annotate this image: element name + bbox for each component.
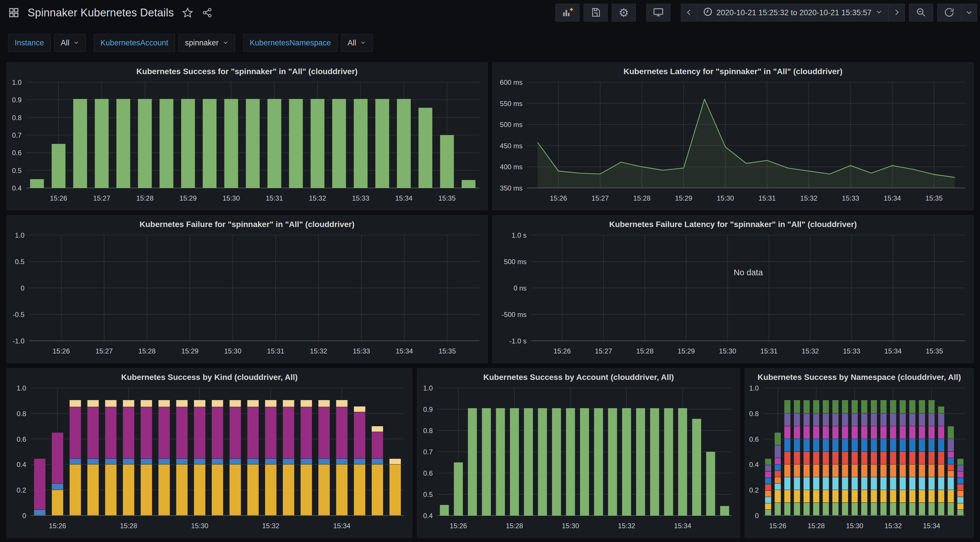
dashboard-settings-button[interactable]: ⚙︎ — [612, 4, 636, 22]
x-axis-label: 15:27 — [595, 347, 612, 355]
stacked-bar-segment — [318, 407, 330, 459]
stacked-bar-segment — [372, 426, 383, 432]
bar — [332, 99, 346, 188]
success-by-kind-stacked-chart[interactable]: 1.00.80.60.40.2015:2615:2815:3015:3215:3… — [6, 368, 412, 538]
stacked-bar-segment — [34, 459, 45, 509]
panel-title[interactable]: Kubernetes Success for "spinnaker" in "A… — [6, 63, 487, 76]
bar — [622, 408, 631, 515]
cycle-view-button[interactable] — [646, 4, 670, 22]
failure-empty-chart[interactable]: 1.00.50-0.5-1.015:2615:2715:2815:2915:30… — [6, 216, 487, 363]
gear-icon: ⚙︎ — [619, 7, 629, 18]
refresh-interval-dropdown[interactable] — [961, 4, 977, 22]
panel-title[interactable]: Kubernetes Success by Kind (clouddriver,… — [6, 368, 412, 382]
stacked-bar-segment — [247, 400, 259, 407]
stacked-bar-segment — [852, 503, 858, 515]
save-icon — [590, 7, 601, 18]
time-shift-back-button[interactable] — [681, 4, 697, 22]
panel-kubernetes-failure-latency: Kubernetes Failure Latency for "spinnake… — [492, 215, 974, 363]
stacked-bar-segment — [842, 414, 848, 426]
filter-instance-value-dropdown[interactable]: All — [54, 34, 86, 52]
stacked-bar-segment — [871, 464, 877, 477]
bar — [73, 99, 87, 188]
time-shift-forward-button[interactable] — [888, 4, 905, 22]
stacked-bar-segment — [283, 400, 294, 407]
x-axis-label: 15:31 — [759, 194, 776, 202]
stacked-bar-segment — [159, 464, 170, 515]
y-axis-label: 0.4 — [749, 461, 759, 468]
stacked-bar-segment — [890, 452, 896, 464]
panel-title[interactable]: Kubernetes Latency for "spinnaker" in "A… — [493, 63, 974, 76]
y-axis-label: 0.7 — [423, 448, 433, 456]
share-icon[interactable] — [201, 7, 213, 18]
y-axis-label: 400 ms — [500, 163, 522, 171]
filter-kubernetes-namespace-value-dropdown[interactable]: All — [341, 34, 372, 52]
x-axis-label: 15:31 — [760, 347, 778, 355]
filter-kubernetes-namespace-label[interactable]: KubernetesNamespace — [243, 34, 337, 52]
y-axis-label: 0.6 — [423, 469, 433, 477]
time-range-text: 2020-10-21 15:25:32 to 2020-10-21 15:35:… — [716, 8, 872, 17]
star-icon[interactable] — [182, 7, 193, 18]
stacked-bar-segment — [948, 477, 954, 490]
y-axis-label: 1.0 — [17, 384, 26, 392]
stacked-bar-segment — [910, 490, 916, 502]
dashboard-grid-icon[interactable] — [8, 7, 19, 18]
stacked-bar-segment — [880, 400, 886, 413]
stacked-bar-segment — [105, 400, 116, 407]
stacked-bar-segment — [842, 439, 848, 452]
stacked-bar-segment — [176, 400, 188, 407]
stacked-bar-segment — [88, 459, 99, 464]
success-by-account-bar-chart[interactable]: 1.00.90.80.70.60.50.415:2615:2815:3015:3… — [417, 368, 740, 538]
dashboard-header: Spinnaker Kubernetes Details ⚙︎ — [0, 0, 980, 25]
stacked-bar-segment — [938, 426, 944, 439]
grafana-dashboard: Spinnaker Kubernetes Details ⚙︎ — [0, 0, 980, 542]
stacked-bar-segment — [265, 459, 277, 464]
panel-success-by-namespace: Kubernetes Success by Namespace (clouddr… — [745, 368, 974, 538]
x-axis-label: 15:29 — [675, 194, 692, 202]
filter-kubernetes-account-value: spinnaker — [185, 38, 219, 48]
x-axis-label: 15:33 — [352, 194, 369, 202]
y-axis-label: -1.0 s — [509, 337, 527, 345]
stacked-bar-segment — [775, 490, 781, 502]
bar — [30, 179, 44, 188]
stacked-bar-segment — [141, 459, 152, 464]
stacked-bar-segment — [794, 503, 800, 515]
stacked-bar-segment — [318, 400, 330, 407]
success-bar-chart[interactable]: 1.00.90.80.70.60.50.415:2615:2715:2815:2… — [6, 63, 487, 210]
stacked-bar-segment — [765, 484, 771, 490]
stacked-bar-segment — [880, 464, 886, 477]
refresh-button[interactable] — [937, 4, 961, 22]
tv-monitor-icon — [653, 7, 664, 19]
panel-title[interactable]: Kubernetes Failure for "spinnaker" in "A… — [6, 216, 487, 229]
latency-line-chart[interactable]: 600 ms550 ms500 ms450 ms400 ms350 ms15:2… — [493, 63, 974, 210]
stacked-bar-segment — [919, 426, 925, 439]
stacked-bar-segment — [861, 464, 867, 477]
save-dashboard-button[interactable] — [584, 4, 608, 22]
stacked-bar-segment — [794, 439, 800, 452]
bar — [636, 408, 645, 515]
stacked-bar-segment — [938, 452, 944, 464]
x-axis-label: 15:33 — [842, 194, 859, 202]
stacked-bar-segment — [929, 503, 935, 515]
panel-title[interactable]: Kubernetes Success by Account (clouddriv… — [417, 368, 740, 382]
zoom-out-button[interactable] — [909, 4, 933, 22]
time-range-picker[interactable]: 2020-10-21 15:25:32 to 2020-10-21 15:35:… — [697, 4, 888, 22]
filter-kubernetes-account-value-dropdown[interactable]: spinnaker — [178, 34, 235, 52]
stacked-bar-segment — [832, 452, 838, 464]
y-axis-label: 0 — [21, 284, 24, 292]
y-axis-label: 0.2 — [17, 486, 26, 494]
bar — [267, 99, 282, 188]
success-by-namespace-stacked-chart[interactable]: 1.00.80.60.40.2015:2615:2815:3015:3215:3… — [745, 368, 974, 538]
filter-kubernetes-account-label[interactable]: KubernetesAccount — [94, 34, 175, 52]
y-axis-label: 0.2 — [749, 486, 759, 494]
add-panel-button[interactable] — [555, 4, 579, 22]
stacked-bar-segment — [123, 400, 134, 407]
filter-instance-label[interactable]: Instance — [8, 34, 51, 52]
panel-title[interactable]: Kubernetes Success by Namespace (clouddr… — [745, 368, 974, 382]
stacked-bar-segment — [336, 407, 348, 459]
stacked-bar-segment — [803, 400, 810, 413]
panel-row-2: Kubernetes Failure for "spinnaker" in "A… — [6, 215, 974, 363]
panel-title[interactable]: Kubernetes Failure Latency for "spinnake… — [493, 216, 974, 229]
stacked-bar-segment — [890, 490, 896, 502]
failure-latency-empty-chart[interactable]: 1.0 s500 ms0 ns-500 ms-1.0 s15:2615:2715… — [493, 216, 974, 363]
stacked-bar-segment — [52, 484, 63, 490]
